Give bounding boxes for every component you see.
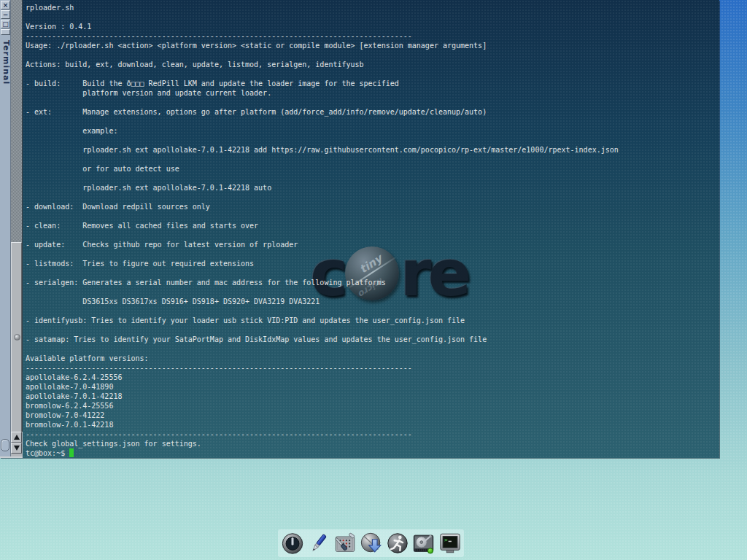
terminal-line [26, 98, 619, 107]
terminal-line: - listmods: Tries to figure out required… [26, 259, 619, 268]
window-title: Terminal [1, 40, 11, 85]
terminal-button[interactable]: > [438, 531, 462, 556]
terminal-line: Version : 0.4.1 [26, 22, 619, 31]
shade-icon[interactable]: − [1, 10, 10, 19]
terminal-line [26, 306, 619, 316]
terminal-line: - serialgen: Generates a serial number a… [26, 278, 619, 287]
terminal-line: - download: Download redpill sources onl… [26, 202, 619, 211]
terminal-line: rploader.sh ext apollolake-7.0.1-42218 a… [26, 145, 619, 155]
terminal-line: or for auto detect use [26, 164, 619, 174]
control-panel-button[interactable] [333, 531, 357, 556]
scroll-up-button[interactable] [11, 432, 22, 443]
terminal-line: apollolake-7.0-41890 [26, 382, 619, 392]
terminal-line: - identifyusb: Tries to identify your lo… [26, 316, 619, 325]
prompt-line: tc@box:~$ [26, 448, 619, 458]
terminal-line: apollolake-7.0.1-42218 [26, 392, 619, 401]
control-panel-icon [333, 531, 357, 556]
terminal-line: - satamap: Tries to identify your SataPo… [26, 335, 619, 344]
terminal-line [26, 136, 619, 145]
arrow-up-icon [14, 435, 20, 440]
terminal-line [26, 287, 619, 297]
terminal-line: apollolake-6.2.4-25556 [26, 373, 619, 382]
terminal-output: rploader.shVersion : 0.4.1--------------… [26, 3, 619, 458]
terminal-line: platform version and update current load… [26, 88, 619, 98]
terminal-line: rploader.sh ext apollolake-7.0.1-42218 a… [26, 183, 619, 192]
terminal-line: bromolow-6.2.4-25556 [26, 401, 619, 411]
terminal-line: - update: Checks github repo for latest … [26, 240, 619, 249]
terminal-line: DS3615xs DS3617xs DS916+ DS918+ DS920+ D… [26, 297, 619, 306]
run-button[interactable] [385, 531, 410, 556]
terminal-icon: > [438, 531, 462, 556]
window-resize-handle[interactable] [1, 439, 9, 451]
terminal-line [26, 230, 619, 240]
power-button[interactable] [280, 531, 305, 556]
terminal-line [26, 192, 619, 202]
editor-button[interactable] [306, 531, 331, 556]
apps-sphere-icon [359, 531, 384, 556]
terminal-scrollbar[interactable] [11, 0, 23, 456]
window-titlebar[interactable]: × − □ Terminal [0, 0, 11, 456]
terminal-line [26, 249, 619, 259]
terminal-line [26, 268, 619, 278]
terminal-line [26, 211, 619, 221]
apps-button[interactable] [359, 531, 384, 556]
terminal-line: ----------------------------------------… [26, 363, 619, 373]
shell-prompt: tc@box:~$ [26, 449, 69, 457]
terminal-line [26, 155, 619, 164]
minimize-icon[interactable] [1, 29, 10, 35]
run-icon [385, 531, 410, 556]
terminal-line: ----------------------------------------… [26, 31, 619, 41]
scroll-down-button[interactable] [11, 443, 22, 454]
terminal-line [26, 12, 619, 22]
svg-text:>: > [444, 537, 447, 543]
terminal-line [26, 325, 619, 335]
terminal-line: example: [26, 126, 619, 136]
terminal-line: bromolow-7.0.1-42218 [26, 420, 619, 429]
terminal-line: - build: Build the ð□□□ RedPill LKM and … [26, 79, 619, 88]
terminal-line: - clean: Removes all cached files and st… [26, 221, 619, 230]
terminal-line [26, 344, 619, 354]
terminal-line: rploader.sh [26, 3, 619, 12]
maximize-icon[interactable]: □ [1, 20, 10, 28]
terminal-line [26, 174, 619, 183]
power-icon [280, 531, 305, 556]
terminal-line: - ext: Manage extensions, options go aft… [26, 107, 619, 117]
terminal-line: Available platform versions: [26, 354, 619, 363]
terminal-line: Actions: build, ext, download, clean, up… [26, 60, 619, 69]
pen-icon [306, 531, 331, 556]
arrow-down-icon [14, 446, 20, 451]
wbar-dock: > [278, 529, 464, 557]
mount-button[interactable] [411, 531, 436, 556]
scrollbar-dimple-icon [14, 334, 20, 341]
terminal-line [26, 117, 619, 126]
scrollbar-thumb[interactable] [11, 242, 22, 432]
terminal-line [26, 50, 619, 60]
terminal-cursor [69, 448, 74, 457]
terminal-line [26, 69, 619, 79]
hard-drive-icon [411, 531, 436, 556]
terminal-screen[interactable]: c tiny micro re rploader.shVersion : 0.4… [23, 0, 719, 458]
terminal-line: Check global_settings.json for settings. [26, 439, 619, 448]
terminal-line: ----------------------------------------… [26, 429, 619, 439]
terminal-line: bromolow-7.0-41222 [26, 411, 619, 420]
terminal-window: × − □ Terminal c tiny micro re rploader.… [0, 0, 719, 458]
close-icon[interactable]: × [1, 1, 10, 9]
terminal-line: Usage: ./rploader.sh <action> <platform … [26, 41, 619, 50]
